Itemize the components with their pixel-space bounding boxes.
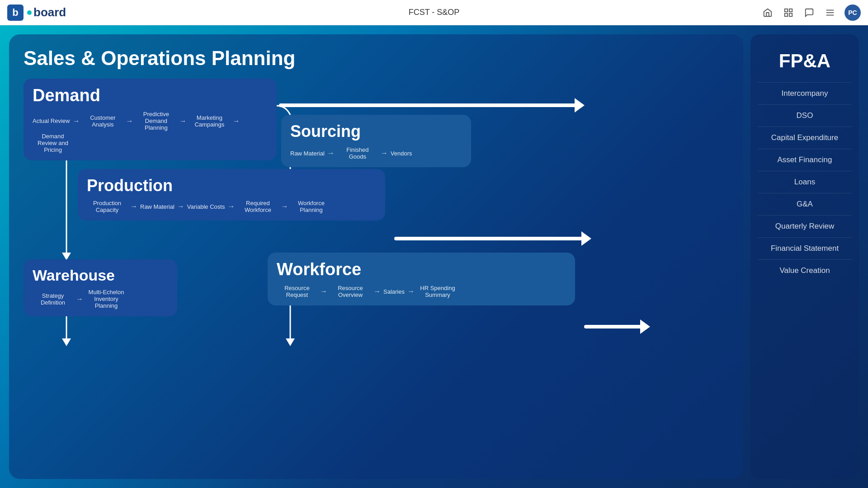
top-flow-arrow <box>279 103 577 107</box>
sidebar-item-dso[interactable]: DSO <box>750 105 859 127</box>
home-icon[interactable] <box>761 6 774 19</box>
production-flow: Production Capacity → Raw Material → Var… <box>87 200 376 213</box>
step-required-workforce[interactable]: Required Workforce <box>237 200 278 213</box>
arrow-icon: → <box>126 117 133 125</box>
demand-title: Demand <box>33 86 268 105</box>
step-variable-costs[interactable]: Variable Costs <box>187 203 225 210</box>
sidebar-label-dso: DSO <box>797 111 813 120</box>
svg-rect-2 <box>785 13 788 16</box>
fpa-sidebar: FP&A Intercompany DSO Capital Expenditur… <box>750 34 859 479</box>
nav-title-text: FCST - S&OP <box>409 8 460 17</box>
sidebar-label-ga: G&A <box>797 200 813 208</box>
step-customer-analysis[interactable]: Customer Analysis <box>82 114 123 128</box>
step-finished-goods[interactable]: Finished Goods <box>337 146 378 160</box>
sidebar-item-quarterly-review[interactable]: Quarterly Review <box>750 216 859 237</box>
arrow-icon: → <box>130 202 137 211</box>
sidebar-item-intercompany[interactable]: Intercompany <box>750 83 859 104</box>
step-workforce-planning[interactable]: Workforce Planning <box>291 200 331 213</box>
arrow-icon: → <box>76 295 83 303</box>
logo-dot-icon <box>27 10 32 15</box>
warehouse-flow: Strategy Definition → Multi-Echelon Inve… <box>33 289 168 309</box>
production-title: Production <box>87 176 376 195</box>
svg-rect-1 <box>789 9 792 11</box>
production-section: Production Production Capacity → Raw Mat… <box>78 169 385 221</box>
logo-text: board <box>33 5 66 19</box>
sop-card: Sales & Operations Planning <box>9 34 743 479</box>
step-predictive-demand[interactable]: Predictive Demand Planning <box>136 111 176 131</box>
step-salaries[interactable]: Salaries <box>383 288 405 295</box>
sidebar-title: FP&A <box>750 43 859 82</box>
demand-section: Demand Actual Review → Customer Analysis… <box>24 79 277 160</box>
workforce-flow: Resource Request → Resource Overview → S… <box>277 285 566 298</box>
sidebar-item-financial-statement[interactable]: Financial Statement <box>750 238 859 259</box>
user-avatar[interactable]: PC <box>844 5 861 21</box>
nav-logo-b-icon: b <box>7 5 24 21</box>
arrow-icon: → <box>177 202 184 211</box>
svg-rect-0 <box>785 9 788 11</box>
step-actual-review[interactable]: Actual Review <box>33 117 70 124</box>
step-production-capacity[interactable]: Production Capacity <box>87 200 127 213</box>
navbar: b board FCST - S&OP <box>0 0 868 25</box>
sidebar-item-capital-expenditure[interactable]: Capital Expenditure <box>750 127 859 149</box>
warehouse-title: Warehouse <box>33 267 168 284</box>
arrow-icon: → <box>227 202 235 211</box>
menu-icon[interactable] <box>824 6 836 19</box>
step-resource-overview[interactable]: Resource Overview <box>330 285 371 298</box>
svg-marker-12 <box>286 338 295 346</box>
svg-rect-3 <box>789 13 792 16</box>
step-resource-request[interactable]: Resource Request <box>277 285 317 298</box>
bot-flow-arrow <box>584 325 643 328</box>
sidebar-label-financial-statement: Financial Statement <box>771 244 839 253</box>
step-hr-spending[interactable]: HR Spending Summary <box>417 285 458 298</box>
sop-title: Sales & Operations Planning <box>24 47 729 70</box>
step-multi-echelon[interactable]: Multi-Echelon Inventory Planning <box>86 289 127 309</box>
sidebar-item-value-creation[interactable]: Value Creation <box>750 260 859 282</box>
sidebar-label-loans: Loans <box>794 178 815 186</box>
sourcing-flow: Raw Material → Finished Goods → Vendors <box>290 146 462 160</box>
sidebar-label-value-creation: Value Creation <box>779 266 830 275</box>
sourcing-title: Sourcing <box>290 122 462 141</box>
step-raw-material-prod[interactable]: Raw Material <box>140 203 175 210</box>
sidebar-label-asset-financing: Asset Financing <box>778 155 832 164</box>
sidebar-label-quarterly-review: Quarterly Review <box>775 222 834 230</box>
step-raw-material-sourcing[interactable]: Raw Material <box>290 150 325 157</box>
step-marketing-campaigns[interactable]: Marketing Campaings <box>189 114 230 128</box>
arrow-icon: → <box>179 117 186 125</box>
sidebar-item-loans[interactable]: Loans <box>750 171 859 193</box>
sidebar-item-asset-financing[interactable]: Asset Financing <box>750 149 859 171</box>
nav-right-controls: PC <box>761 5 861 21</box>
sidebar-label-capital-expenditure: Capital Expenditure <box>771 133 838 142</box>
arrow-icon: → <box>327 149 335 157</box>
sourcing-section: Sourcing Raw Material → Finished Goods →… <box>281 115 471 167</box>
diagram-area: Demand Actual Review → Customer Analysis… <box>24 79 729 466</box>
grid-icon[interactable] <box>782 6 795 19</box>
chat-icon[interactable] <box>803 6 816 19</box>
arrow-icon: → <box>320 287 327 296</box>
arrow-icon: → <box>281 202 288 211</box>
warehouse-section: Warehouse Strategy Definition → Multi-Ec… <box>24 259 177 316</box>
logo-b-letter: b <box>12 7 18 19</box>
workforce-title: Workforce <box>277 260 566 279</box>
avatar-initials: PC <box>848 9 857 16</box>
arrow-icon: → <box>381 149 388 157</box>
demand-flow: Actual Review → Customer Analysis → Pred… <box>33 111 268 153</box>
sidebar-label-intercompany: Intercompany <box>782 89 828 98</box>
step-strategy-definition[interactable]: Strategy Definition <box>33 292 73 306</box>
step-vendors[interactable]: Vendors <box>391 150 412 157</box>
arrow-icon: → <box>232 117 240 125</box>
arrow-icon: → <box>373 287 381 296</box>
arrow-icon: → <box>407 287 415 296</box>
sidebar-item-ga[interactable]: G&A <box>750 193 859 215</box>
nav-logo: board <box>27 5 66 19</box>
mid-flow-arrow <box>394 237 584 240</box>
step-demand-review-pricing[interactable]: Demand Review and Pricing <box>33 133 73 153</box>
workforce-section: Workforce Resource Request → Resource Ov… <box>268 253 575 305</box>
main-content: Sales & Operations Planning <box>0 25 868 488</box>
page-title: FCST - S&OP <box>409 8 460 17</box>
left-panel: Sales & Operations Planning <box>9 34 743 479</box>
arrow-icon: → <box>72 117 80 125</box>
svg-marker-10 <box>62 338 71 346</box>
